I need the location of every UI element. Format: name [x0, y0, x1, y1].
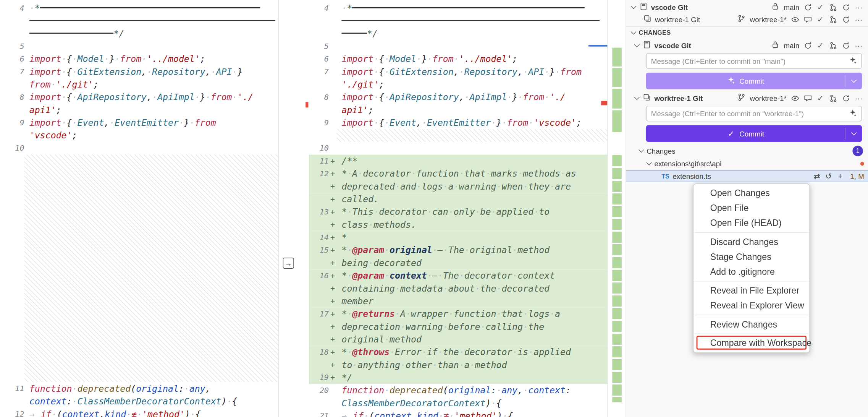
- chevron-down-icon[interactable]: [631, 29, 636, 34]
- menu-item-reveal-in-explorer-view[interactable]: Reveal in Explorer View: [693, 298, 809, 313]
- file-row-extension-ts[interactable]: TS extension.ts ⇄↺+ 1, M: [626, 170, 868, 182]
- code-row[interactable]: 4·*: [309, 2, 607, 14]
- commit-message-input-main[interactable]: Message (Ctrl+Enter to commit on "main"): [646, 53, 862, 69]
- code-row[interactable]: +being·decorated: [309, 256, 607, 269]
- pr-icon[interactable]: [829, 94, 837, 102]
- code-row[interactable]: +class·methods.: [309, 218, 607, 231]
- folder-row[interactable]: extensions\git\src\api: [626, 157, 868, 170]
- check-icon[interactable]: ✓: [816, 94, 825, 102]
- commit-dropdown-button[interactable]: [845, 73, 862, 89]
- chevron-down-icon[interactable]: [634, 94, 640, 100]
- check-icon[interactable]: ✓: [816, 41, 825, 50]
- commit-button-main[interactable]: Commit: [646, 73, 862, 89]
- code-row[interactable]: 9import·{·Event,·EventEmitter·}·from·'vs…: [309, 116, 607, 129]
- code-row[interactable]: 11function·deprecated(original:·any,: [0, 382, 278, 395]
- code-row[interactable]: 12→if·(context.kind·≢·'method')·{: [0, 408, 278, 417]
- code-row[interactable]: 21→if·(context.kind·≢·'method')·{: [309, 409, 607, 417]
- pr-icon[interactable]: [829, 3, 837, 11]
- refresh-icon[interactable]: [841, 3, 850, 11]
- code-row[interactable]: 5: [309, 40, 607, 52]
- code-row[interactable]: 11+/**: [309, 154, 607, 167]
- more-icon[interactable]: ···: [854, 3, 863, 11]
- code-row[interactable]: 12+*·A·decorator·function·that·marks·met…: [309, 167, 607, 180]
- pr-icon[interactable]: [829, 41, 837, 50]
- diff-overview-ruler[interactable]: [611, 0, 622, 417]
- code-row[interactable]: [309, 15, 607, 27]
- code-row[interactable]: 16+*·@param·context·—·The·decorator·cont…: [309, 269, 607, 282]
- code-row[interactable]: 6import·{·Model·}·from·'../model';: [309, 53, 607, 65]
- check-icon[interactable]: ✓: [816, 15, 825, 24]
- code-row[interactable]: 'vscode';: [0, 129, 278, 142]
- code-row[interactable]: +containing·metadata·about·the·decorated: [309, 282, 607, 295]
- more-icon[interactable]: ···: [854, 41, 863, 50]
- code-row[interactable]: 13+*·This·decorator·can·only·be·applied·…: [309, 206, 607, 218]
- commit-dropdown-button[interactable]: [845, 125, 862, 142]
- changes-group-row[interactable]: Changes 1: [626, 144, 868, 157]
- menu-item-stage-changes[interactable]: Stage Changes: [693, 249, 809, 264]
- code-row[interactable]: 5: [0, 40, 278, 52]
- code-row[interactable]: */: [309, 27, 607, 40]
- pr-icon[interactable]: [829, 15, 837, 24]
- more-icon[interactable]: ···: [854, 94, 863, 102]
- code-row[interactable]: 19+*/: [309, 371, 607, 384]
- code-row[interactable]: 15+*·@param·original·—·The·original·meth…: [309, 244, 607, 256]
- commit-button-worktree[interactable]: ✓ Commit: [646, 125, 862, 142]
- code-row[interactable]: 20function·deprecated(original:·any,·con…: [309, 384, 607, 397]
- code-row[interactable]: context:·ClassMemberDecoratorContext)·{: [0, 395, 278, 408]
- code-row[interactable]: './git';: [309, 78, 607, 91]
- code-row[interactable]: +deprecated·and·logs·a·warning·when·they…: [309, 180, 607, 193]
- code-row[interactable]: 7import·{·GitExtension,·Repository,·API·…: [309, 65, 607, 78]
- discard-icon[interactable]: ↺: [824, 172, 833, 180]
- arrow-right-icon[interactable]: →: [284, 259, 293, 268]
- code-row[interactable]: 10: [309, 142, 607, 154]
- changes-section-header[interactable]: CHANGES: [626, 27, 868, 39]
- menu-item-reveal-in-file-explorer[interactable]: Reveal in File Explorer: [693, 283, 809, 298]
- comment-icon[interactable]: [803, 94, 812, 102]
- diff-editor-modified-pane[interactable]: 4·**/56import·{·Model·}·from·'../model';…: [309, 0, 608, 417]
- diff-editor-original-pane[interactable]: 4·**/56import·{·Model·}·from·'../model';…: [0, 0, 279, 417]
- menu-item-add-to-gitignore[interactable]: Add to .gitignore: [693, 264, 809, 279]
- code-row[interactable]: */: [0, 27, 278, 40]
- comment-icon[interactable]: [803, 15, 812, 24]
- chevron-down-icon[interactable]: [631, 3, 636, 9]
- menu-item-discard-changes[interactable]: Discard Changes: [693, 234, 809, 249]
- diff-revert-arrow-button[interactable]: →: [283, 258, 294, 269]
- code-row[interactable]: api1';: [0, 104, 278, 116]
- repo-row-worktree-1[interactable]: worktree-1 Git worktree-1* ✓···: [626, 13, 868, 26]
- refresh-icon[interactable]: [841, 15, 850, 24]
- group-row-vscode[interactable]: vscode Git main ✓···: [626, 39, 868, 52]
- refresh-icon[interactable]: [841, 41, 850, 50]
- sparkle-icon[interactable]: [848, 56, 857, 65]
- code-row[interactable]: +member: [309, 295, 607, 307]
- menu-item-open-file[interactable]: Open File: [693, 201, 809, 216]
- code-row[interactable]: api1';: [309, 104, 607, 116]
- open-changes-icon[interactable]: ⇄: [813, 172, 821, 180]
- stage-icon[interactable]: +: [836, 172, 844, 180]
- chevron-down-icon[interactable]: [638, 147, 644, 153]
- code-row[interactable]: [0, 15, 278, 27]
- group-row-worktree-1[interactable]: worktree-1 Git worktree-1* ✓···: [626, 92, 868, 104]
- code-row[interactable]: 7import·{·GitExtension,·Repository,·API·…: [0, 65, 278, 78]
- code-row[interactable]: 17+*·@returns·A·wrapper·function·that·lo…: [309, 308, 607, 320]
- code-row[interactable]: ClassMemberDecoratorContext)·{: [309, 397, 607, 409]
- code-row[interactable]: 8import·{·ApiRepository,·ApiImpl·}·from·…: [309, 91, 607, 104]
- code-row[interactable]: 18+*·@throws·Error·if·the·decorator·is·a…: [309, 346, 607, 359]
- eye-icon[interactable]: [790, 94, 799, 102]
- menu-item-open-changes[interactable]: Open Changes: [693, 186, 809, 201]
- sync-icon[interactable]: [803, 41, 812, 50]
- code-row[interactable]: +to·anything·other·than·a·method: [309, 359, 607, 371]
- sparkle-icon[interactable]: [848, 109, 857, 117]
- code-row[interactable]: 8import·{·ApiRepository,·ApiImpl·}·from·…: [0, 91, 278, 104]
- chevron-down-icon[interactable]: [634, 42, 640, 47]
- chevron-down-icon[interactable]: [647, 160, 652, 165]
- code-row[interactable]: 10: [0, 142, 278, 154]
- menu-item-review-changes[interactable]: Review Changes: [693, 317, 809, 332]
- sync-icon[interactable]: [803, 3, 812, 11]
- code-row[interactable]: from·'./git';: [0, 78, 278, 91]
- code-row[interactable]: 14+*: [309, 231, 607, 243]
- code-row[interactable]: +original·method: [309, 333, 607, 346]
- commit-message-input-worktree[interactable]: Message (Ctrl+Enter to commit on "worktr…: [646, 106, 862, 122]
- check-icon[interactable]: ✓: [816, 3, 825, 11]
- refresh-icon[interactable]: [841, 94, 850, 102]
- menu-item-open-file-head[interactable]: Open File (HEAD): [693, 216, 809, 230]
